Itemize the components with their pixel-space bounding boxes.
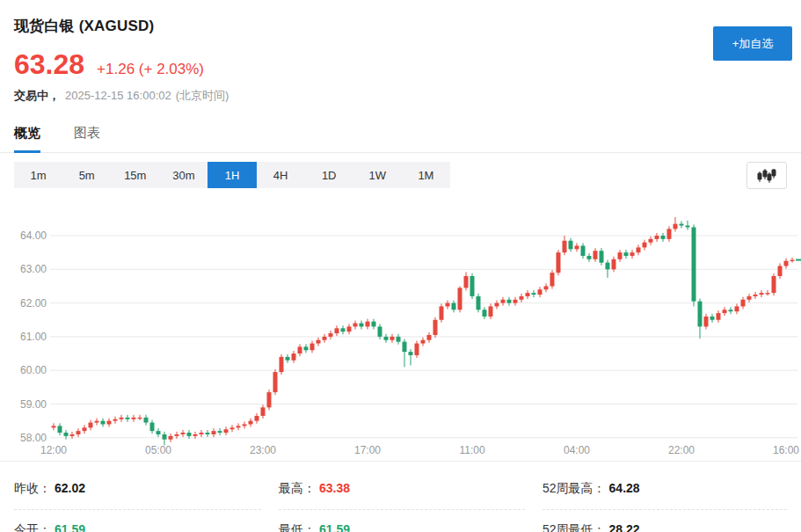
candle-body (489, 306, 493, 316)
x-axis-tick: 12:00 (40, 444, 67, 456)
candle-body (317, 340, 321, 344)
candle-body (440, 306, 444, 319)
last-price: 63.28 (14, 48, 84, 81)
candle-body (569, 241, 573, 250)
candle-body (267, 392, 272, 407)
candle-body (52, 426, 56, 427)
candle-body (717, 313, 721, 320)
candle-body (101, 421, 106, 425)
candle-body (95, 421, 99, 423)
candle-body (273, 372, 278, 392)
stat-item: 最高：63.38 (279, 476, 525, 510)
candle-body (76, 431, 81, 434)
candle-body (772, 276, 776, 293)
candle-body (495, 303, 499, 307)
candle-body (89, 423, 93, 428)
candle-body (704, 317, 709, 326)
candle-body (360, 324, 364, 327)
interval-button-4H[interactable]: 4H (257, 162, 305, 188)
stat-item: 今开：61.59 (14, 510, 261, 532)
page-title: 现货白银 (XAGUSD) (14, 16, 787, 36)
trading-status: 交易中， (14, 88, 60, 104)
stat-label: 昨收： (14, 481, 51, 497)
interval-button-1D[interactable]: 1D (305, 162, 353, 188)
candle-body (120, 418, 124, 419)
candle-body (741, 300, 746, 307)
candle-body (563, 241, 567, 252)
candle-body (341, 328, 346, 332)
candle-body (366, 322, 370, 327)
tab-chart[interactable]: 图表 (74, 125, 100, 152)
candlestick-icon (757, 167, 776, 185)
candle-body (612, 259, 616, 269)
candle-body (58, 426, 62, 433)
stat-item: 52周最高：64.28 (542, 476, 787, 510)
stat-label: 52周最低： (542, 522, 606, 532)
candle-body (390, 337, 395, 340)
candle-body (538, 289, 542, 295)
stat-column-2: 最高：63.38最低：61.59 (279, 476, 525, 532)
candle-body (347, 326, 352, 332)
x-axis-tick: 16:00 (773, 444, 799, 456)
candle-body (661, 236, 666, 239)
x-axis-tick: 22:00 (668, 444, 695, 456)
interval-button-15m[interactable]: 15m (111, 162, 159, 188)
y-axis-tick: 64.00 (20, 230, 47, 242)
candle-body (501, 300, 506, 303)
interval-bar: 1m5m15m30m1H4H1D1W1M (14, 162, 450, 188)
candle-body (403, 342, 407, 352)
candle-body (280, 357, 284, 372)
candle-body (784, 261, 789, 266)
candle-body (747, 296, 752, 300)
candle-body (458, 288, 462, 310)
tab-overview[interactable]: 概览 (14, 125, 40, 152)
stat-value: 64.28 (609, 481, 640, 495)
candle-body (261, 407, 266, 416)
candle-body (150, 423, 155, 432)
chart-area[interactable]: 64.0063.0062.0061.0060.0059.0058.0012:00… (0, 198, 801, 462)
candle-body (452, 303, 456, 310)
candle-body (606, 263, 610, 270)
candle-body (618, 252, 623, 259)
candle-body (157, 431, 161, 434)
candle-body (212, 431, 216, 434)
candle-body (64, 433, 69, 436)
candle-body (446, 303, 450, 307)
candle-body (600, 251, 604, 262)
candle-body (181, 433, 186, 434)
candle-body (766, 293, 770, 294)
x-axis-tick: 17:00 (354, 444, 381, 456)
candle-body (433, 320, 438, 335)
stat-item: 52周最低：28.22 (542, 510, 787, 532)
x-axis-tick: 04:00 (564, 444, 590, 456)
interval-button-5m[interactable]: 5m (62, 162, 111, 188)
quote-page: 现货白银 (XAGUSD) 63.28 +1.26 (+ 2.03%) 交易中，… (0, 0, 801, 532)
candle-body (83, 427, 87, 431)
candle-body (729, 310, 733, 311)
candle-body (335, 328, 339, 333)
timezone-label: (北京时间) (176, 88, 229, 104)
x-axis-tick: 23:00 (250, 444, 276, 456)
candlestick-chart[interactable]: 64.0063.0062.0061.0060.0059.0058.0012:00… (0, 198, 801, 462)
stat-label: 最高： (279, 481, 316, 497)
candle-body (483, 310, 487, 317)
x-axis-tick: 11:00 (459, 444, 484, 456)
interval-button-1m[interactable]: 1m (14, 162, 62, 188)
interval-button-1H[interactable]: 1H (208, 162, 256, 188)
candle-body (230, 427, 235, 429)
candle-body (193, 434, 198, 436)
candle-body (187, 433, 192, 436)
price-change: +1.26 (+ 2.03%) (97, 61, 204, 78)
interval-button-1M[interactable]: 1M (402, 162, 450, 188)
candle-body (593, 251, 598, 259)
candle-body (544, 286, 549, 289)
stat-value: 62.02 (55, 481, 85, 495)
candle-body (575, 245, 579, 249)
stat-value: 63.38 (319, 481, 350, 495)
candle-body (692, 227, 696, 301)
chart-type-button[interactable] (746, 162, 787, 189)
interval-button-1W[interactable]: 1W (353, 162, 402, 188)
candle-body (292, 353, 296, 361)
interval-button-30m[interactable]: 30m (159, 162, 208, 188)
add-watchlist-button[interactable]: +加自选 (713, 26, 792, 61)
